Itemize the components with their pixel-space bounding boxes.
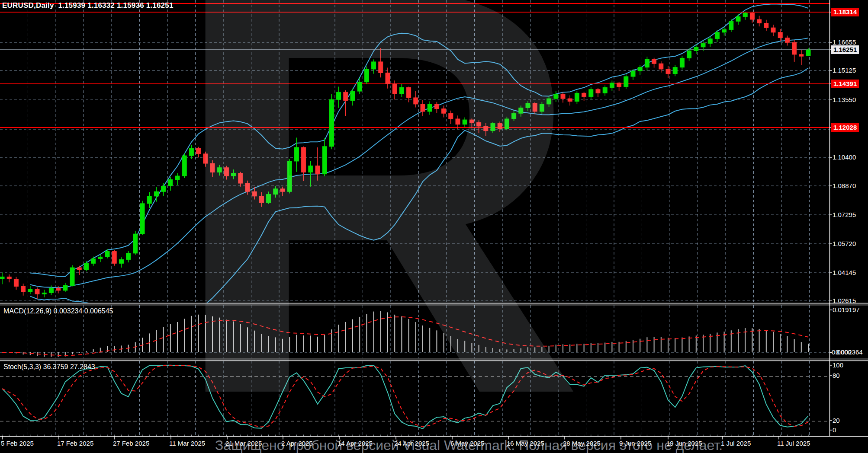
current-price-label: 1.16251 [831,45,859,54]
mt4-chart-window: EURUSD,Daily 1.15939 1.16332 1.15936 1.1… [0,0,868,453]
macd-histogram [2,311,808,357]
date-axis-label: 2 Apr 2025 [281,440,313,447]
panel-borders [0,0,868,437]
date-axis-label: 14 Apr 2025 [338,440,373,447]
date-axis-label: 5 Feb 2025 [1,440,34,447]
date-axis-label: 27 Feb 2025 [113,440,149,447]
candle-ticks [2,435,808,436]
price-axis-label: 1.15125 [833,66,856,75]
stoch-axis-label: 0 [833,426,836,434]
price-axis-label: 1.13550 [833,96,856,104]
date-axis-label: 28 May 2025 [563,440,601,447]
grid-lines [0,0,829,436]
stoch-axis-label: 20 [833,416,840,425]
chart-title: EURUSD,Daily 1.15939 1.16332 1.15936 1.1… [2,1,174,10]
price-axis-label: 1.07295 [833,211,856,219]
date-axis-label: 19 Jun 2025 [666,440,702,447]
macd-axis-label: 0.019197 [833,306,860,314]
price-axis-label: 1.08870 [833,182,856,190]
stoch-axis-label: 100 [833,361,843,370]
date-axis-label: 9 Jun 2025 [619,440,651,447]
date-axis-label: 21 Mar 2025 [225,440,262,447]
alert-price-label: 1.14391 [831,80,859,88]
stochastic-lines [2,365,808,429]
stoch-level-lines [0,376,829,421]
chart-canvas[interactable] [0,0,868,453]
date-axis-label: 17 Feb 2025 [57,440,93,447]
date-axis-label: 1 Jul 2025 [721,440,751,447]
stoch-axis-label: 80 [833,371,840,380]
axis-ticks [3,12,832,440]
price-axis-label: 1.05720 [833,239,856,248]
date-axis-label: 11 Mar 2025 [169,440,205,447]
stoch-indicator-label: Stoch(5,3,3) 36.3759 27.2843 [3,363,95,371]
date-axis-label: 6 May 2025 [450,440,484,447]
macd-axis-label: 0.002364 [836,348,863,357]
candlesticks [0,12,810,299]
date-axis-label: 11 Jul 2025 [777,440,810,447]
bollinger-bands [30,4,808,323]
horizontal-level-lines [0,3,829,128]
date-axis-label: 16 May 2025 [507,440,544,447]
date-axis-label: 24 Apr 2025 [394,440,429,447]
alert-price-label: 1.18314 [831,8,859,16]
alert-price-label: 1.12028 [831,123,859,132]
price-axis-label: 1.04145 [833,268,856,277]
macd-signal-line [2,317,808,355]
price-axis-label: 1.02615 [833,297,856,305]
price-axis-label: 1.10400 [833,153,856,162]
macd-indicator-label: MACD(12,26,9) 0.003234 0.006545 [3,307,113,315]
